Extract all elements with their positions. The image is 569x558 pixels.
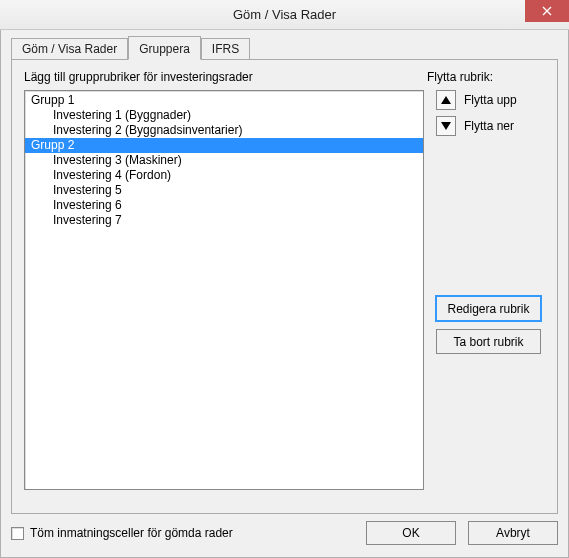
edit-heading-button[interactable]: Redigera rubrik (436, 296, 541, 321)
tab-group[interactable]: Gruppera (128, 36, 201, 60)
move-down-label: Flytta ner (464, 119, 514, 133)
triangle-up-icon (441, 96, 451, 104)
tab-ifrs[interactable]: IFRS (201, 38, 250, 60)
tab-panel-group: Lägg till grupprubriker för investerings… (11, 59, 558, 514)
list-item[interactable]: Grupp 1 (25, 93, 423, 108)
move-header-label: Flytta rubrik: (427, 70, 545, 84)
list-item[interactable]: Grupp 2 (25, 138, 423, 153)
list-item[interactable]: Investering 1 (Byggnader) (25, 108, 423, 123)
close-icon (542, 6, 552, 16)
ok-button[interactable]: OK (366, 521, 456, 545)
triangle-down-icon (441, 122, 451, 130)
move-up-label: Flytta upp (464, 93, 517, 107)
dialog-body: Göm / Visa Rader Gruppera IFRS Lägg till… (0, 30, 569, 558)
move-down-button[interactable] (436, 116, 456, 136)
cancel-button[interactable]: Avbryt (468, 521, 558, 545)
list-item[interactable]: Investering 2 (Byggnadsinventarier) (25, 123, 423, 138)
titlebar: Göm / Visa Rader (0, 0, 569, 30)
move-up-button[interactable] (436, 90, 456, 110)
window-title: Göm / Visa Rader (233, 7, 336, 22)
checkbox-label: Töm inmatningsceller för gömda rader (30, 526, 233, 540)
side-column: Flytta upp Flytta ner Redigera rubrik Ta… (436, 90, 545, 490)
close-button[interactable] (525, 0, 569, 22)
list-item[interactable]: Investering 4 (Fordon) (25, 168, 423, 183)
list-item[interactable]: Investering 5 (25, 183, 423, 198)
list-item[interactable]: Investering 6 (25, 198, 423, 213)
list-item[interactable]: Investering 7 (25, 213, 423, 228)
tabstrip: Göm / Visa Rader Gruppera IFRS (11, 38, 558, 60)
panel-header-row: Lägg till grupprubriker för investerings… (24, 70, 545, 84)
dialog-footer: Töm inmatningsceller för gömda rader OK … (11, 521, 558, 545)
tab-hide-show-rows[interactable]: Göm / Visa Rader (11, 38, 128, 60)
list-item[interactable]: Investering 3 (Maskiner) (25, 153, 423, 168)
group-listbox[interactable]: Grupp 1Investering 1 (Byggnader)Invester… (24, 90, 424, 490)
delete-heading-button[interactable]: Ta bort rubrik (436, 329, 541, 354)
clear-cells-checkbox[interactable]: Töm inmatningsceller för gömda rader (11, 526, 233, 540)
panel-heading: Lägg till grupprubriker för investerings… (24, 70, 253, 84)
checkbox-box (11, 527, 24, 540)
